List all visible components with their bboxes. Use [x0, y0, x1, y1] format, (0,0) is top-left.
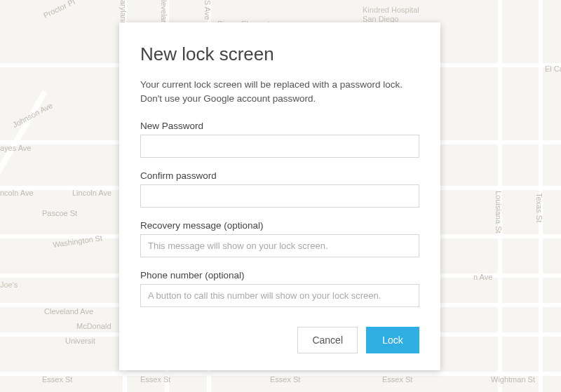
street-label-texas-st: Texas St	[535, 193, 543, 222]
poi-joes: Joe's	[0, 281, 18, 290]
recovery-message-field: Recovery message (optional)	[140, 220, 419, 257]
dialog-button-row: Cancel Lock	[140, 327, 419, 353]
street-label-s-ave: S Ave	[203, 0, 212, 20]
cancel-button[interactable]: Cancel	[297, 327, 358, 353]
phone-number-field: Phone number (optional)	[140, 270, 419, 307]
confirm-password-label: Confirm password	[140, 170, 419, 181]
new-password-label: New Password	[140, 121, 419, 131]
lock-screen-dialog: New lock screen Your current lock screen…	[119, 22, 440, 370]
street-label-lincoln-ave-center: Lincoln Ave	[72, 189, 111, 197]
phone-number-label: Phone number (optional)	[140, 270, 419, 281]
confirm-password-field: Confirm password	[140, 170, 419, 208]
street-label-essex-st-4: Essex St	[382, 375, 412, 384]
new-password-field: New Password	[140, 121, 419, 158]
street-label-essex-st-3: Essex St	[270, 375, 300, 384]
recovery-message-label: Recovery message (optional)	[140, 220, 419, 231]
street-label-lincoln-ave-left: ncoln Ave	[0, 189, 34, 197]
street-label-pascoe-st: Pascoe St	[42, 209, 77, 217]
street-label-lincoln-ave-right: n Ave	[473, 273, 492, 281]
recovery-message-input[interactable]	[140, 234, 419, 257]
lock-button[interactable]: Lock	[366, 327, 419, 353]
street-label-wightman-st: Wightman St	[491, 375, 535, 384]
dialog-title: New lock screen	[140, 43, 419, 65]
street-label-proctor-pl: Proctor Pl	[42, 0, 76, 20]
street-label-essex-st-2: Essex St	[140, 375, 170, 384]
phone-number-input[interactable]	[140, 284, 419, 307]
new-password-input[interactable]	[140, 135, 419, 158]
street-label-louisiana-st: Louisiana St	[494, 191, 503, 234]
street-label-cleveland-ave: Cleveland Ave	[44, 307, 93, 316]
street-label-university: Universit	[65, 337, 95, 345]
street-label-johnson-ave: Johnson Ave	[11, 101, 54, 129]
poi-kindred-hospital: Kindred Hospital San Diego	[363, 6, 419, 24]
dialog-description: Your current lock screen will be replace…	[140, 78, 419, 105]
street-label-essex-st-1: Essex St	[42, 375, 72, 384]
street-label-hayes-ave: ayes Ave	[0, 144, 31, 152]
confirm-password-input[interactable]	[140, 184, 419, 208]
street-label-el-cajon: El Ca	[545, 65, 561, 73]
street-label-mcdonald-st: McDonald	[76, 322, 111, 330]
